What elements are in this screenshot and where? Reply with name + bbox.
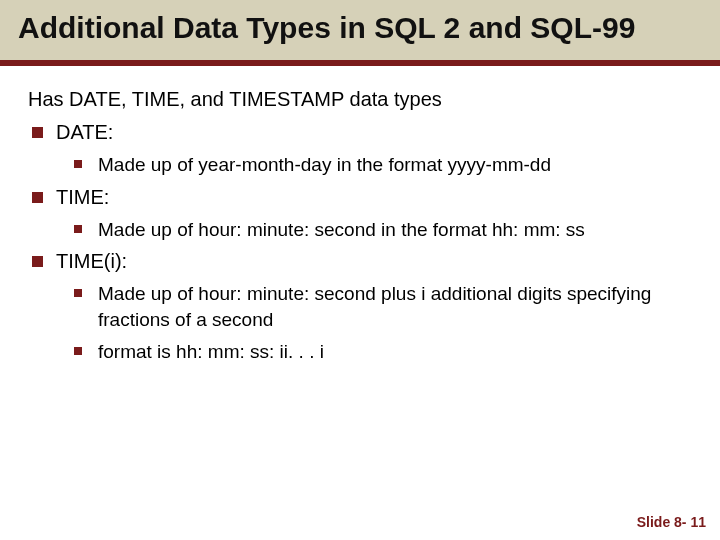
sub-list-item: Made up of year-month-day in the format … — [56, 152, 692, 178]
sub-list-item: Made up of hour: minute: second plus i a… — [56, 281, 692, 332]
list-item: TIME: Made up of hour: minute: second in… — [28, 184, 692, 243]
title-band: Additional Data Types in SQL 2 and SQL-9… — [0, 0, 720, 62]
sub-list: Made up of year-month-day in the format … — [56, 152, 692, 178]
slide-title: Additional Data Types in SQL 2 and SQL-9… — [18, 10, 702, 46]
slide-number: Slide 8- 11 — [637, 514, 706, 530]
bullet-list: DATE: Made up of year-month-day in the f… — [28, 119, 692, 364]
sub-list-item: Made up of hour: minute: second in the f… — [56, 217, 692, 243]
list-item-label: TIME: — [56, 186, 109, 208]
sub-list: Made up of hour: minute: second plus i a… — [56, 281, 692, 364]
sub-list-item: format is hh: mm: ss: ii. . . i — [56, 339, 692, 365]
list-item-label: DATE: — [56, 121, 113, 143]
list-item-label: TIME(i): — [56, 250, 127, 272]
list-item: TIME(i): Made up of hour: minute: second… — [28, 248, 692, 364]
content-area: Has DATE, TIME, and TIMESTAMP data types… — [0, 80, 720, 364]
list-item: DATE: Made up of year-month-day in the f… — [28, 119, 692, 178]
intro-line: Has DATE, TIME, and TIMESTAMP data types — [28, 86, 692, 113]
spacer — [0, 66, 720, 80]
sub-list: Made up of hour: minute: second in the f… — [56, 217, 692, 243]
